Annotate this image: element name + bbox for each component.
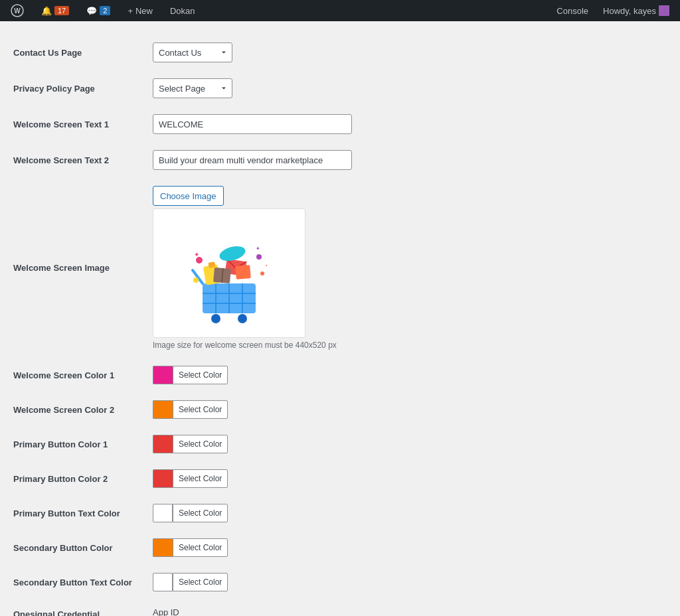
console-label: Console bbox=[556, 6, 588, 16]
secondary-btn-color-picker: Select Color bbox=[153, 538, 660, 557]
primary-btn-color2-button[interactable]: Select Color bbox=[173, 469, 228, 488]
secondary-btn-text-color-row: Secondary Button Text Color Select Color bbox=[13, 565, 667, 599]
comment-count: 2 bbox=[100, 6, 110, 15]
welcome-text1-label: Welcome Screen Text 1 bbox=[13, 106, 146, 142]
plugin-item[interactable]: Dokan bbox=[166, 0, 199, 21]
user-avatar bbox=[659, 5, 669, 16]
choose-image-button[interactable]: Choose Image bbox=[153, 186, 224, 206]
svg-point-9 bbox=[238, 314, 247, 323]
welcome-color1-picker: Select Color bbox=[153, 366, 660, 384]
notif-count: 17 bbox=[54, 6, 69, 15]
main-content: Contact Us Page Contact Us Select Page P… bbox=[0, 21, 680, 616]
svg-point-19 bbox=[260, 271, 264, 275]
welcome-text1-input[interactable] bbox=[153, 114, 352, 134]
secondary-btn-text-color-swatch bbox=[153, 573, 173, 591]
privacy-policy-label: Privacy Policy Page bbox=[13, 70, 146, 106]
admin-bar: W 🔔 17 💬 2 + New Dokan Console Howdy, ka… bbox=[0, 0, 680, 21]
welcome-color2-button[interactable]: Select Color bbox=[173, 400, 228, 419]
svg-point-18 bbox=[256, 254, 262, 260]
welcome-image-label: Welcome Screen Image bbox=[13, 178, 146, 358]
primary-btn-color1-swatch bbox=[153, 435, 173, 453]
plugin-label: Dokan bbox=[170, 6, 195, 16]
secondary-btn-text-color-picker: Select Color bbox=[153, 573, 660, 591]
image-preview: ✦ ✦ • bbox=[153, 208, 305, 338]
comments-item[interactable]: 💬 2 bbox=[82, 0, 114, 21]
privacy-policy-select[interactable]: Select Page Contact Us bbox=[153, 78, 232, 98]
welcome-color1-label: Welcome Screen Color 1 bbox=[13, 358, 146, 392]
primary-btn-color2-label: Primary Button Color 2 bbox=[13, 461, 146, 496]
cart-illustration: ✦ ✦ • bbox=[179, 220, 279, 327]
contact-us-select[interactable]: Contact Us Select Page bbox=[153, 42, 232, 62]
primary-btn-color1-picker: Select Color bbox=[153, 435, 660, 453]
app-id-label: App ID bbox=[153, 607, 660, 616]
notif-icon: 🔔 bbox=[41, 6, 52, 16]
settings-form: Contact Us Page Contact Us Select Page P… bbox=[13, 35, 667, 616]
welcome-image-row: Welcome Screen Image Choose Image bbox=[13, 178, 667, 358]
welcome-text2-label: Welcome Screen Text 2 bbox=[13, 142, 146, 178]
primary-btn-color2-picker: Select Color bbox=[153, 469, 660, 488]
secondary-btn-text-color-label: Secondary Button Text Color bbox=[13, 565, 146, 599]
app-id-section: App ID bbox=[153, 607, 660, 616]
secondary-btn-text-color-button[interactable]: Select Color bbox=[173, 573, 228, 591]
onesignal-label: Onesignal Credential bbox=[13, 599, 146, 616]
console-item[interactable]: Console bbox=[552, 0, 592, 21]
welcome-color2-swatch bbox=[153, 400, 173, 419]
onesignal-row: Onesignal Credential App ID REST API Key bbox=[13, 599, 667, 616]
comment-icon: 💬 bbox=[86, 6, 97, 16]
welcome-text2-input[interactable] bbox=[153, 150, 352, 170]
welcome-color1-row: Welcome Screen Color 1 Select Color bbox=[13, 358, 667, 392]
welcome-color2-picker: Select Color bbox=[153, 400, 660, 419]
primary-btn-text-color-button[interactable]: Select Color bbox=[173, 504, 228, 522]
credential-section: App ID REST API Key bbox=[153, 607, 660, 616]
primary-btn-text-color-row: Primary Button Text Color Select Color bbox=[13, 496, 667, 530]
plus-icon: + bbox=[128, 6, 133, 16]
secondary-btn-color-button[interactable]: Select Color bbox=[173, 538, 228, 557]
secondary-btn-color-swatch bbox=[153, 538, 173, 557]
welcome-color2-label: Welcome Screen Color 2 bbox=[13, 392, 146, 427]
svg-text:•: • bbox=[266, 263, 268, 268]
secondary-btn-color-label: Secondary Button Color bbox=[13, 530, 146, 565]
primary-btn-text-color-label: Primary Button Text Color bbox=[13, 496, 146, 530]
notifications-item[interactable]: 🔔 17 bbox=[37, 0, 73, 21]
welcome-color2-row: Welcome Screen Color 2 Select Color bbox=[13, 392, 667, 427]
new-item[interactable]: + New bbox=[124, 0, 157, 21]
image-hint: Image size for welcome screen must be 44… bbox=[153, 341, 660, 350]
howdy-item[interactable]: Howdy, kayes bbox=[599, 0, 673, 21]
contact-us-label: Contact Us Page bbox=[13, 35, 146, 70]
primary-btn-color1-row: Primary Button Color 1 Select Color bbox=[13, 427, 667, 461]
secondary-btn-color-row: Secondary Button Color Select Color bbox=[13, 530, 667, 565]
new-label: New bbox=[135, 6, 153, 16]
wp-logo[interactable]: W bbox=[7, 0, 28, 21]
svg-text:✦: ✦ bbox=[256, 246, 260, 252]
svg-point-8 bbox=[211, 314, 220, 323]
svg-text:✦: ✦ bbox=[194, 251, 199, 258]
primary-btn-color2-row: Primary Button Color 2 Select Color bbox=[13, 461, 667, 496]
howdy-label: Howdy, kayes bbox=[603, 6, 656, 16]
primary-btn-text-color-picker: Select Color bbox=[153, 504, 660, 522]
privacy-policy-row: Privacy Policy Page Select Page Contact … bbox=[13, 70, 667, 106]
contact-us-row: Contact Us Page Contact Us Select Page bbox=[13, 35, 667, 70]
primary-btn-text-color-swatch bbox=[153, 504, 173, 522]
primary-btn-color1-label: Primary Button Color 1 bbox=[13, 427, 146, 461]
svg-text:W: W bbox=[14, 7, 21, 15]
welcome-color1-button[interactable]: Select Color bbox=[173, 366, 228, 384]
svg-rect-16 bbox=[235, 265, 251, 279]
primary-btn-color2-swatch bbox=[153, 469, 173, 488]
primary-btn-color1-button[interactable]: Select Color bbox=[173, 435, 228, 453]
welcome-text1-row: Welcome Screen Text 1 bbox=[13, 106, 667, 142]
svg-point-20 bbox=[193, 277, 199, 283]
welcome-text2-row: Welcome Screen Text 2 bbox=[13, 142, 667, 178]
welcome-color1-swatch bbox=[153, 366, 173, 384]
